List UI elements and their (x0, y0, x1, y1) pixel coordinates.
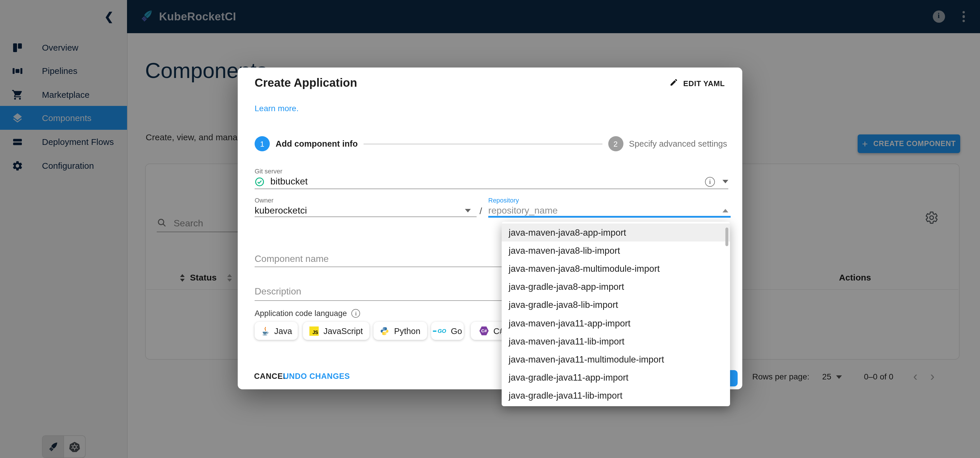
chevron-up-icon[interactable] (722, 209, 728, 212)
chip-label: Java (274, 326, 292, 336)
owner-select[interactable]: kuberocketci (255, 204, 477, 218)
repository-autocomplete (488, 204, 731, 218)
undo-changes-button[interactable]: UNDO CHANGES (280, 371, 353, 381)
step-1-circle: 1 (255, 136, 270, 151)
learn-more-link[interactable]: Learn more. (255, 104, 299, 113)
dropdown-option[interactable]: java-gradle-java8-lib-import (502, 296, 730, 314)
chip-label: JavaScript (323, 326, 363, 336)
chip-label: Go (451, 326, 462, 336)
dropdown-scrollbar[interactable] (725, 228, 728, 246)
chevron-down-icon[interactable] (465, 209, 471, 212)
language-chip-javascript[interactable]: JS JavaScript (303, 322, 369, 340)
owner-underline (255, 217, 477, 217)
dropdown-option[interactable]: java-gradle-java8-app-import (502, 278, 730, 296)
dropdown-option[interactable]: java-maven-java8-app-import (502, 223, 730, 241)
step-2-label: Specify advanced settings (629, 139, 727, 148)
check-circle-icon (255, 177, 264, 187)
dropdown-option[interactable]: java-maven-java11-lib-import (502, 332, 730, 350)
info-icon[interactable]: i (352, 309, 360, 318)
csharp-icon: C# (479, 326, 488, 336)
stepper: 1 Add component info 2 Specify advanced … (255, 136, 727, 151)
info-icon[interactable]: i (705, 177, 715, 187)
javascript-icon: JS (309, 326, 319, 336)
dropdown-option[interactable]: java-gradle-java11-lib-import (502, 387, 730, 405)
repository-dropdown-list: java-maven-java8-app-import java-maven-j… (502, 222, 730, 406)
dropdown-option[interactable]: java-maven-java8-multimodule-import (502, 260, 730, 278)
dialog-title: Create Application (255, 76, 357, 90)
dropdown-option[interactable]: java-maven-java8-lib-import (502, 241, 730, 260)
git-server-value: bitbucket (270, 176, 308, 187)
dropdown-option[interactable]: java-maven-java11-multimodule-import (502, 351, 730, 369)
git-server-select[interactable]: bitbucket i (255, 174, 728, 189)
app-window: ❮ KubeRocketCI i Overview (0, 0, 980, 458)
git-server-label: Git server (255, 168, 282, 174)
chip-label: Python (394, 326, 420, 336)
owner-value: kuberocketci (255, 205, 307, 216)
edit-yaml-button[interactable]: EDIT YAML (666, 78, 728, 89)
language-label: Application code language (255, 309, 347, 318)
repository-underline-focused (488, 216, 731, 218)
edit-yaml-label: EDIT YAML (683, 79, 725, 87)
go-icon: GO (433, 328, 446, 334)
language-chip-go[interactable]: GO Go (431, 322, 464, 340)
language-chip-java[interactable]: Java (255, 322, 298, 340)
owner-label: Owner (255, 197, 274, 204)
git-server-underline (255, 189, 728, 189)
step-2-circle: 2 (608, 136, 623, 151)
repository-label: Repository (488, 197, 519, 204)
repository-input[interactable] (488, 205, 704, 216)
language-chip-python[interactable]: Python (374, 322, 427, 340)
java-icon (260, 326, 269, 336)
language-label-row: Application code language i (255, 309, 360, 318)
step-connector (364, 143, 602, 144)
python-icon (380, 326, 390, 336)
step-1-label: Add component info (275, 139, 358, 148)
chevron-down-icon[interactable] (722, 180, 728, 183)
dropdown-option[interactable]: java-maven-java11-app-import (502, 314, 730, 332)
pencil-icon (669, 78, 678, 89)
dropdown-option[interactable]: java-gradle-java11-app-import (502, 369, 730, 387)
owner-repo-separator: / (479, 206, 482, 217)
